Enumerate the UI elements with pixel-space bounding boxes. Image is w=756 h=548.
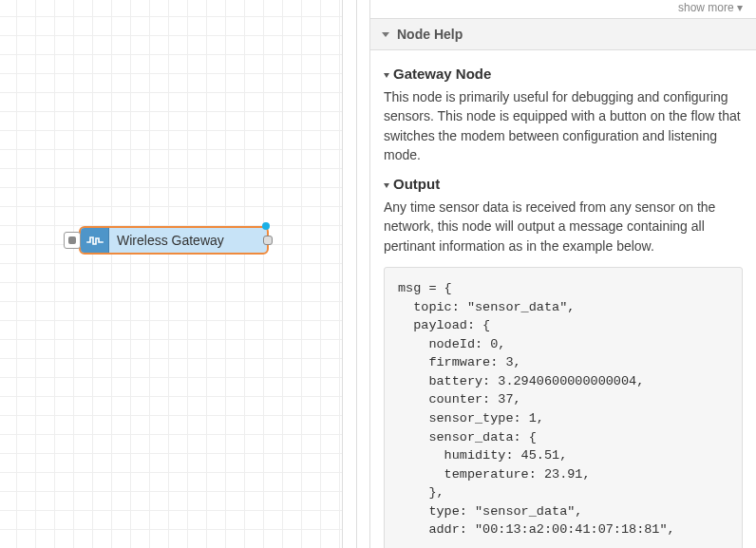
help-heading-output: Output bbox=[384, 176, 743, 192]
node-toggle-button[interactable] bbox=[64, 232, 81, 249]
flow-canvas[interactable]: Wireless Gateway bbox=[0, 0, 342, 548]
heading-text: Output bbox=[393, 176, 440, 192]
node-status-dot bbox=[262, 222, 270, 230]
help-paragraph-gateway: This node is primarily useful for debugg… bbox=[384, 87, 743, 164]
node-icon-box bbox=[81, 228, 109, 253]
code-example: msg = { topic: "sensor_data", payload: {… bbox=[384, 267, 743, 548]
pane-divider[interactable] bbox=[342, 0, 370, 548]
help-heading-gateway: Gateway Node bbox=[384, 66, 743, 82]
chevron-down-icon bbox=[384, 73, 389, 78]
heading-text: Gateway Node bbox=[393, 66, 491, 82]
sidebar: show more ▾ Node Help Gateway Node This … bbox=[370, 0, 756, 548]
wireless-gateway-node[interactable]: Wireless Gateway bbox=[79, 226, 269, 255]
section-title: Node Help bbox=[397, 27, 463, 42]
node-toggle-indicator bbox=[68, 236, 76, 244]
show-more-row: show more ▾ bbox=[370, 0, 756, 18]
pulse-icon bbox=[86, 234, 104, 247]
chevron-down-icon bbox=[382, 32, 389, 37]
help-paragraph-output: Any time sensor data is received from an… bbox=[384, 198, 743, 255]
help-body: Gateway Node This node is primarily usef… bbox=[370, 50, 756, 548]
node-label: Wireless Gateway bbox=[109, 233, 267, 248]
node-help-header[interactable]: Node Help bbox=[370, 18, 756, 50]
show-more-link[interactable]: show more ▾ bbox=[678, 1, 743, 14]
chevron-down-icon bbox=[384, 183, 389, 188]
output-port[interactable] bbox=[263, 236, 273, 245]
